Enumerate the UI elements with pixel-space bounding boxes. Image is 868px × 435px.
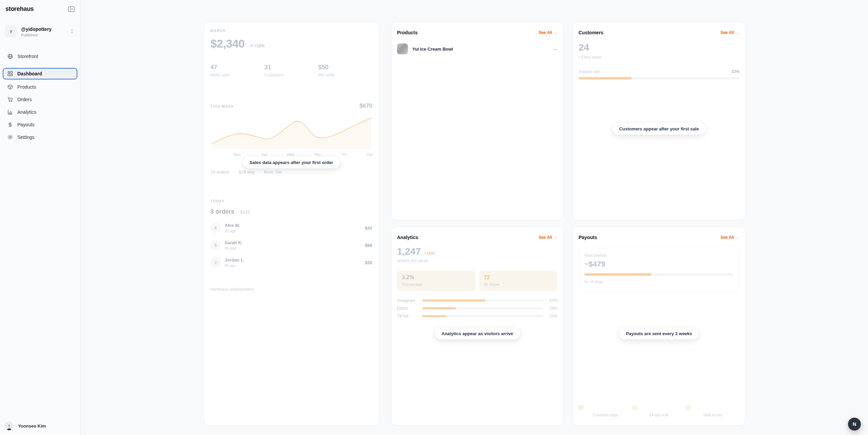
customer-avatar: A: [210, 223, 221, 233]
repeat-rate-value: 33%: [731, 69, 739, 74]
arrow-right-icon: →: [735, 30, 739, 35]
chevron-up-down-icon: [70, 29, 74, 34]
sidebar-item-payouts[interactable]: Payouts: [3, 120, 77, 130]
sidebar-item-settings[interactable]: Settings: [3, 132, 77, 142]
customer-avatar: S: [210, 240, 221, 250]
today-label: TODAY: [210, 199, 372, 203]
customers-see-all-link[interactable]: See All →: [720, 30, 739, 35]
today-order-count: 3 orders: [210, 208, 234, 215]
dashboard-grid-icon: [7, 71, 13, 76]
ai-score-stat: 72 AI Score: [479, 271, 558, 291]
weekly-sales-chart: Mon Tue Wed Thu Fri Sat: [210, 114, 372, 157]
monthly-revenue: $2,340: [210, 37, 245, 50]
assistant-floating-button[interactable]: N: [848, 418, 861, 431]
axis-tick: Wed: [287, 152, 294, 157]
product-thumbnail: [397, 43, 408, 54]
trending-up-icon: [249, 44, 253, 48]
payout-steps: Customer pays 14-day hold Sent to you: [579, 405, 739, 417]
order-row[interactable]: S Sarah K. 5h ago $68: [210, 240, 372, 251]
next-payout-box: Next payout ~$479 In ~8 days: [579, 248, 739, 291]
sidebar-item-products[interactable]: Products: [3, 82, 77, 92]
clock-icon: [632, 405, 686, 410]
customers-empty-tooltip: Customers appear after your first sale: [612, 123, 706, 135]
traffic-source-row: Instagram 52%: [397, 298, 558, 303]
user-avatar: [5, 421, 14, 430]
repeat-rate-label: Repeat rate: [579, 69, 600, 74]
payout-progress-bar: [584, 273, 734, 276]
globe-icon: [7, 54, 13, 59]
visitors-trend: +18%: [424, 251, 435, 256]
payouts-empty-tooltip: Payouts are sent every 2 weeks: [619, 328, 699, 340]
customer-count: 24: [579, 42, 739, 53]
sidebar-item-label: Analytics: [17, 109, 36, 115]
sidebar-item-label: Products: [17, 84, 36, 90]
sidebar-item-storefront[interactable]: Storefront: [3, 51, 77, 61]
sales-empty-tooltip: Sales data appears after your first orde…: [243, 157, 340, 168]
sidebar-item-label: Settings: [17, 134, 35, 140]
sidebar-item-analytics[interactable]: Analytics: [3, 107, 77, 117]
check-circle-icon: [686, 405, 739, 410]
step-hold: 14-day hold: [632, 405, 686, 417]
week-summary: 24 orders · $28 avg · Best: Sat: [210, 169, 372, 175]
axis-tick: Mon: [233, 152, 241, 157]
stat-customers: 31 Customers: [264, 64, 318, 77]
products-card: Products See All → Yul Ice Cream Bowl —: [391, 22, 563, 220]
panel-collapse-icon: [68, 6, 75, 12]
revenue-trend: +12%: [254, 43, 265, 48]
store-url: storehaus.ai/yidopottery: [210, 287, 372, 292]
user-menu[interactable]: Yoonseo Kim: [5, 421, 46, 430]
product-name: Yul Ice Cream Bowl: [412, 47, 453, 52]
visitors-label: visitors this week: [397, 258, 558, 263]
week-label: THIS WEEK: [210, 105, 234, 108]
today-total: · $142: [238, 210, 250, 215]
sidebar-item-label: Orders: [17, 97, 32, 102]
analytics-see-all-link[interactable]: See All →: [539, 235, 558, 240]
card-title: Products: [397, 30, 418, 35]
product-metric: —: [553, 47, 558, 52]
package-icon: [7, 84, 13, 90]
customer-delta: +5 this week: [579, 55, 739, 60]
order-row[interactable]: J Jordan L. 8h ago $35: [210, 257, 372, 268]
conversion-stat: 3.2% Conversion: [397, 271, 475, 291]
sidebar-item-orders[interactable]: Orders: [3, 94, 77, 105]
axis-tick: Fri: [342, 152, 347, 157]
sidebar-item-label: Payouts: [17, 122, 35, 127]
arrow-right-icon: →: [735, 235, 739, 240]
axis-tick: Tue: [261, 152, 267, 157]
step-customer-pays: Customer pays: [579, 405, 632, 417]
product-row[interactable]: Yul Ice Cream Bowl —: [397, 43, 558, 54]
payouts-see-all-link[interactable]: See All →: [720, 235, 739, 240]
store-handle: @yidopottery: [21, 26, 52, 32]
store-avatar: Y: [5, 25, 17, 38]
step-sent: Sent to you: [686, 405, 739, 417]
dollar-icon: [7, 122, 13, 127]
account-switcher[interactable]: Y @yidopottery Published: [5, 25, 75, 38]
cart-icon: [7, 97, 13, 102]
axis-tick: Thu: [314, 152, 320, 157]
products-see-all-link[interactable]: See All →: [539, 30, 558, 35]
payout-eta: In ~8 days: [584, 279, 734, 284]
sidebar-item-dashboard[interactable]: Dashboard: [3, 68, 77, 79]
order-row[interactable]: A Alex M. 2h ago $42: [210, 222, 372, 233]
store-status: Published: [21, 33, 52, 37]
bar-chart-icon: [7, 109, 13, 115]
period-label: MARCH: [210, 29, 372, 33]
arrow-right-icon: →: [553, 30, 558, 35]
card-title: Analytics: [397, 235, 418, 240]
traffic-source-row: Direct 28%: [397, 306, 558, 311]
next-payout-label: Next payout: [584, 253, 734, 258]
week-total: $670: [359, 103, 372, 109]
analytics-empty-tooltip: Analytics appear as visitors arrive: [435, 328, 520, 340]
sidebar: storehaus Y @yidopottery Published: [0, 0, 80, 435]
user-name: Yoonseo Kim: [18, 423, 46, 429]
sidebar-collapse-button[interactable]: [68, 6, 75, 12]
axis-tick: Sat: [367, 152, 373, 157]
traffic-source-row: TikTok 20%: [397, 314, 558, 319]
next-payout-amount: ~$479: [584, 260, 734, 269]
customer-avatar: J: [210, 257, 221, 268]
stat-items-sold: 47 Items sold: [210, 64, 264, 77]
customers-card: Customers See All → 24 +5 this week Repe…: [573, 22, 745, 220]
repeat-rate-bar: [579, 77, 739, 79]
card-title: Payouts: [579, 235, 597, 240]
card-title: Customers: [579, 30, 603, 35]
